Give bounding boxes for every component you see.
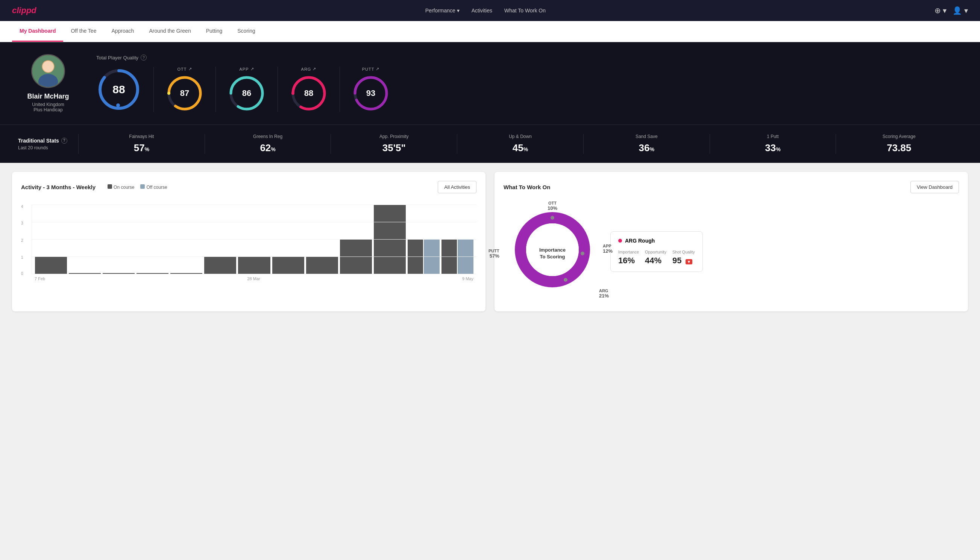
tab-putting[interactable]: Putting: [198, 21, 230, 42]
bar-group-2: [69, 273, 101, 274]
help-icon[interactable]: ?: [141, 55, 146, 60]
stat-1-putt: 1 Putt 33%: [710, 134, 836, 154]
bar-group-5: [170, 273, 202, 274]
donut-center-text: ImportanceTo Scoring: [539, 247, 566, 260]
info-card-title: ARG Rough: [618, 238, 695, 244]
donut-wrapper: OTT10% APP12% ARG21% PUTT57%: [504, 205, 601, 302]
info-dot: [618, 239, 622, 243]
bar-group-7: [238, 257, 270, 274]
tab-my-dashboard[interactable]: My Dashboard: [12, 21, 63, 42]
user-button[interactable]: 👤 ▾: [953, 6, 968, 15]
add-button[interactable]: ⊕ ▾: [935, 6, 947, 15]
work-on-title: What To Work On: [504, 184, 550, 190]
bar-chart: 4 3 2 1 0: [21, 201, 476, 281]
nav-links: Performance ▾ Activities What To Work On: [425, 8, 546, 13]
work-on-card: What To Work On View Dashboard OTT10% AP…: [494, 172, 968, 312]
total-score-value: 88: [112, 83, 125, 96]
tabs-bar: My Dashboard Off the Tee Approach Around…: [0, 21, 980, 42]
bar-group-3: [103, 273, 135, 274]
scores-section: Total Player Quality ? 88: [96, 55, 962, 112]
chart-x-labels: 7 Feb 28 Mar 9 May: [32, 274, 476, 281]
hero-section: Blair McHarg United Kingdom Plus Handica…: [0, 42, 980, 125]
nav-what-to-work-on[interactable]: What To Work On: [504, 8, 546, 13]
app-circle: 86: [228, 75, 266, 112]
svg-point-9: [167, 92, 170, 95]
bottom-section: Activity - 3 Months - Weekly On course O…: [0, 163, 980, 320]
activity-card-header: Activity - 3 Months - Weekly On course O…: [21, 181, 476, 193]
app-label: APP↗: [239, 67, 254, 72]
bar-group-8: [272, 257, 304, 274]
player-name: Blair McHarg: [27, 93, 69, 100]
info-card-name: ARG Rough: [625, 238, 655, 244]
bar-group-9: [306, 257, 338, 274]
svg-point-24: [564, 278, 567, 282]
tab-scoring[interactable]: Scoring: [230, 21, 263, 42]
donut-chart-container: OTT10% APP12% ARG21% PUTT57%: [504, 201, 601, 302]
metric-shot-quality: Shot Quality 95 ▼: [672, 250, 695, 265]
total-circle: 88: [96, 67, 141, 112]
arg-circle: 88: [290, 75, 328, 112]
bar-group-4: [136, 273, 168, 274]
metric-opportunity: Opportunity 44%: [645, 250, 666, 265]
putt-score: PUTT↗ 93: [340, 67, 402, 112]
tab-around-the-green[interactable]: Around the Green: [141, 21, 198, 42]
nav-activities[interactable]: Activities: [472, 8, 492, 13]
ott-score: OTT↗ 87: [154, 67, 216, 112]
avatar: [31, 54, 65, 88]
all-activities-button[interactable]: All Activities: [438, 181, 476, 193]
stats-label-col: Traditional Stats ? Last 20 rounds: [18, 138, 78, 150]
stat-fairways-hit: Fairways Hit 57%: [78, 134, 205, 154]
total-quality-label: Total Player Quality ?: [96, 55, 962, 60]
stat-up-down: Up & Down 45%: [457, 134, 583, 154]
svg-point-6: [116, 103, 120, 107]
stats-bar: Traditional Stats ? Last 20 rounds Fairw…: [0, 125, 980, 163]
legend-on-course: On course: [108, 184, 134, 190]
app-score: APP↗ 86: [216, 67, 278, 112]
scores-row: 88 OTT↗ 87: [96, 67, 962, 112]
nav-performance[interactable]: Performance ▾: [425, 8, 459, 13]
top-nav: clippd Performance ▾ Activities What To …: [0, 0, 980, 21]
arg-donut-label: ARG21%: [599, 288, 609, 298]
logo[interactable]: clippd: [12, 6, 37, 15]
ott-label: OTT↗: [178, 67, 192, 72]
ott-value: 87: [180, 88, 189, 98]
arg-label: ARG↗: [301, 67, 317, 72]
x-label-1: 7 Feb: [35, 277, 45, 281]
stat-scoring-average: Scoring Average 73.85: [835, 134, 962, 154]
x-label-2: 28 Mar: [247, 277, 260, 281]
activity-title: Activity - 3 Months - Weekly: [21, 184, 95, 190]
bar-group-1: [35, 257, 67, 274]
svg-point-22: [551, 216, 554, 220]
arg-score: ARG↗ 88: [278, 67, 340, 112]
player-info: Blair McHarg United Kingdom Plus Handica…: [18, 54, 78, 112]
down-arrow-icon: ▼: [686, 259, 693, 264]
total-score: 88: [96, 67, 154, 112]
chart-area: [32, 205, 476, 274]
chart-legend: On course Off course: [108, 184, 167, 190]
x-label-3: 9 May: [462, 277, 473, 281]
svg-point-14: [291, 92, 294, 95]
stat-app-proximity: App. Proximity 35'5": [331, 134, 457, 154]
stat-sand-save: Sand Save 36%: [583, 134, 710, 154]
svg-point-23: [581, 252, 584, 255]
work-on-inner: OTT10% APP12% ARG21% PUTT57%: [504, 201, 959, 302]
putt-donut-label: PUTT57%: [489, 248, 499, 259]
putt-label: PUTT↗: [362, 67, 380, 72]
info-metrics: Importance 16% Opportunity 44% Shot Qual…: [618, 250, 695, 265]
tab-off-the-tee[interactable]: Off the Tee: [63, 21, 104, 42]
info-card: ARG Rough Importance 16% Opportunity 44%…: [611, 231, 703, 272]
putt-value: 93: [366, 88, 375, 98]
activity-card: Activity - 3 Months - Weekly On course O…: [12, 172, 486, 312]
stats-help-icon[interactable]: ?: [61, 138, 67, 144]
view-dashboard-button[interactable]: View Dashboard: [910, 181, 959, 193]
player-handicap: Plus Handicap: [33, 107, 62, 112]
svg-point-3: [43, 61, 54, 72]
bar-on: [35, 257, 67, 274]
metric-importance: Importance 16%: [618, 250, 639, 265]
tab-approach[interactable]: Approach: [104, 21, 141, 42]
work-on-header: What To Work On View Dashboard: [504, 181, 959, 193]
player-country: United Kingdom: [32, 102, 64, 107]
traditional-stats-label: Traditional Stats ?: [18, 138, 78, 144]
app-donut-label: APP12%: [603, 244, 612, 254]
stat-greens-in-reg: Greens In Reg 62%: [205, 134, 331, 154]
